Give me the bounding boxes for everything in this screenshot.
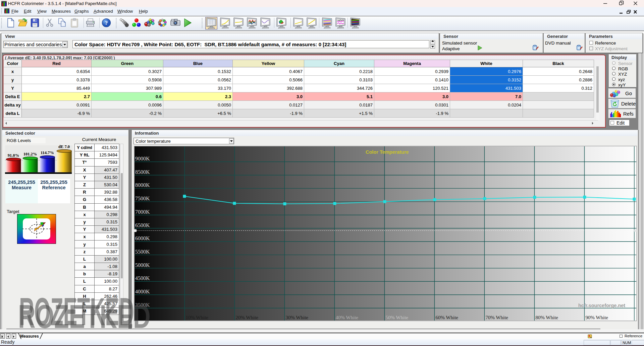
svg-text:60% White: 60% White bbox=[435, 315, 458, 320]
svg-text:7000K: 7000K bbox=[135, 209, 150, 215]
svg-text:30% White: 30% White bbox=[285, 315, 308, 320]
svg-text:5000K: 5000K bbox=[135, 262, 150, 268]
svg-text:40% White: 40% White bbox=[335, 315, 358, 320]
svg-text:6000K: 6000K bbox=[135, 235, 150, 241]
svg-text:90% White: 90% White bbox=[585, 315, 608, 320]
svg-text:8000K: 8000K bbox=[135, 182, 150, 188]
svg-text:6500K: 6500K bbox=[135, 222, 150, 228]
svg-text:5500K: 5500K bbox=[135, 249, 150, 255]
svg-text:20% White: 20% White bbox=[235, 315, 258, 320]
svg-text:7500K: 7500K bbox=[135, 196, 150, 201]
svg-text:10% White: 10% White bbox=[185, 315, 208, 320]
svg-text:8500K: 8500K bbox=[135, 169, 150, 175]
svg-text:4000K: 4000K bbox=[135, 289, 150, 294]
svg-text:50% White: 50% White bbox=[385, 315, 408, 320]
svg-text:70% White: 70% White bbox=[485, 315, 508, 320]
svg-text:4500K: 4500K bbox=[135, 275, 150, 281]
svg-text:80% White: 80% White bbox=[535, 315, 558, 320]
svg-text:hcfr.sourceforge.net: hcfr.sourceforge.net bbox=[578, 303, 625, 308]
svg-text:Color Temperature: Color Temperature bbox=[366, 149, 409, 155]
svg-text:?: ? bbox=[105, 20, 108, 26]
svg-text:9000K: 9000K bbox=[135, 156, 150, 161]
